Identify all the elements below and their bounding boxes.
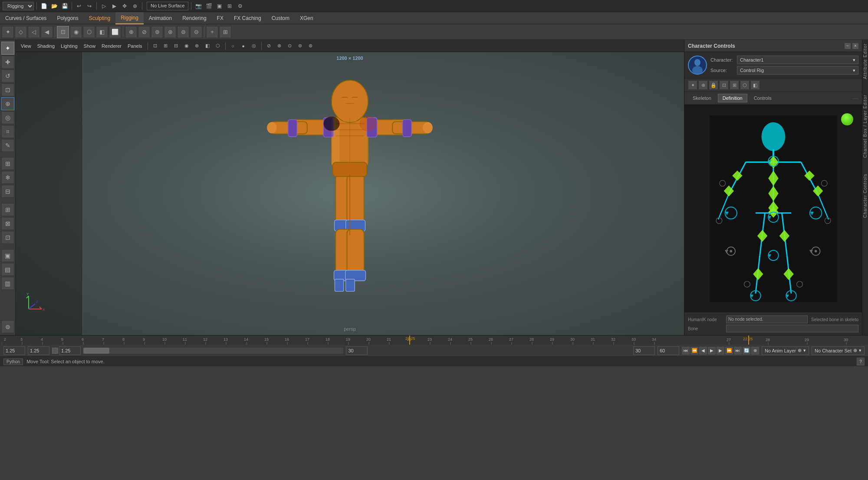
skin-btn[interactable]: ⊛ bbox=[164, 26, 176, 38]
menu-item-curves-surfaces[interactable]: Curves / Surfaces bbox=[0, 12, 52, 24]
lighting-menu[interactable]: Lighting bbox=[59, 43, 79, 49]
select-icon[interactable]: ▷ bbox=[99, 2, 108, 10]
vp-icon-1[interactable]: ⊡ bbox=[151, 42, 159, 50]
show-hide-btn[interactable]: ⊞ bbox=[1, 157, 14, 170]
start-frame2-input[interactable]: 1.25 bbox=[28, 346, 49, 355]
select-mode-btn[interactable]: ✦ bbox=[2, 26, 14, 38]
select2-icon[interactable]: ▶ bbox=[110, 2, 118, 10]
cc-tool-btn-1[interactable]: ✦ bbox=[688, 80, 697, 90]
channel-box-tab[interactable]: Channel Box / Layer Editor bbox=[862, 91, 868, 161]
freeze-btn[interactable]: ❄ bbox=[1, 171, 14, 184]
char-set-dropdown[interactable]: No Character Set ⊕ ▾ bbox=[812, 346, 865, 355]
rig-btn[interactable]: ⊡ bbox=[57, 26, 69, 38]
vp-icon-8[interactable]: ○ bbox=[229, 42, 237, 50]
python-badge[interactable]: Python bbox=[3, 358, 23, 365]
save-icon[interactable]: 💾 bbox=[60, 2, 69, 10]
range-max-input[interactable]: 30 bbox=[633, 346, 655, 355]
vp-icon-14[interactable]: ⊚ bbox=[296, 42, 304, 50]
vp-icon-3[interactable]: ⊟ bbox=[172, 42, 180, 50]
renderer-menu[interactable]: Renderer bbox=[100, 43, 123, 49]
vp-icon-5[interactable]: ⊕ bbox=[193, 42, 201, 50]
deform2-btn[interactable]: ⊝ bbox=[190, 26, 202, 38]
viewport-canvas[interactable]: 1200 × 1200 bbox=[16, 52, 684, 335]
attribute-editor-tab[interactable]: Attribute Editor bbox=[862, 40, 868, 82]
bracket-btn[interactable]: ⊞ bbox=[219, 26, 231, 38]
go-start-btn[interactable]: ⏮ bbox=[682, 347, 690, 355]
prev-key-btn[interactable]: ⏪ bbox=[690, 347, 698, 355]
char-controls-tab[interactable]: Character Controls bbox=[862, 170, 868, 221]
group-btn[interactable]: ⊟ bbox=[1, 185, 14, 198]
menu-item-polygons[interactable]: Polygons bbox=[52, 12, 83, 24]
bone-val[interactable] bbox=[726, 325, 858, 332]
snap-icon[interactable]: ⊕ bbox=[131, 2, 139, 10]
paint2-btn[interactable]: ◀ bbox=[41, 26, 53, 38]
deform-btn[interactable]: ⊜ bbox=[177, 26, 189, 38]
vp-icon-4[interactable]: ◉ bbox=[183, 42, 191, 50]
vp-icon-13[interactable]: ⊙ bbox=[286, 42, 294, 50]
menu-item-rigging[interactable]: Rigging bbox=[115, 12, 144, 24]
help-icon[interactable]: ? bbox=[857, 358, 865, 365]
next-key-btn[interactable]: ⏩ bbox=[725, 347, 733, 355]
vp-icon-10[interactable]: ◎ bbox=[250, 42, 258, 50]
render-icon[interactable]: 🎬 bbox=[204, 2, 213, 10]
new-file-icon[interactable]: 📄 bbox=[39, 2, 48, 10]
view-menu[interactable]: View bbox=[19, 43, 33, 49]
prev-frame-btn[interactable]: ◀ bbox=[699, 347, 707, 355]
menu-item-sculpting[interactable]: Sculpting bbox=[84, 12, 115, 24]
menu-item-fx-caching[interactable]: FX Caching bbox=[229, 12, 266, 24]
joint-btn[interactable]: ⊕ bbox=[125, 26, 137, 38]
open-file-icon[interactable]: 📂 bbox=[50, 2, 59, 10]
rotate-tool-btn[interactable]: ↺ bbox=[1, 69, 14, 82]
ik-btn[interactable]: ⊘ bbox=[138, 26, 150, 38]
render-preview-btn[interactable]: ▣ bbox=[1, 249, 14, 262]
vp-icon-11[interactable]: ⊘ bbox=[265, 42, 273, 50]
range-start-input[interactable]: 1.25 bbox=[59, 346, 81, 355]
menu-item-fx[interactable]: FX bbox=[212, 12, 229, 24]
scale-tool-btn[interactable]: ⊡ bbox=[1, 83, 14, 96]
cc-tool-btn-4[interactable]: ⊡ bbox=[719, 80, 729, 90]
vp-icon-7[interactable]: ⬡ bbox=[214, 42, 222, 50]
universal-tool-btn[interactable]: ⊕ bbox=[1, 97, 14, 110]
shading-menu[interactable]: Shading bbox=[36, 43, 56, 49]
settings-icon[interactable]: ⚙ bbox=[236, 2, 244, 10]
start-frame-input[interactable]: 1.25 bbox=[3, 346, 25, 355]
rig4-btn[interactable]: ◧ bbox=[96, 26, 108, 38]
lasso-tool-btn[interactable]: ⌗ bbox=[1, 125, 14, 138]
play-btn[interactable]: ▶ bbox=[708, 347, 716, 355]
undo-icon[interactable]: ↩ bbox=[75, 2, 83, 10]
move-tool-btn[interactable]: ✚ bbox=[1, 56, 14, 69]
render2-icon[interactable]: ▣ bbox=[215, 2, 224, 10]
plus-btn[interactable]: + bbox=[206, 26, 218, 38]
playback-speed-btn[interactable]: ⊕ bbox=[751, 347, 759, 355]
panel-minimize-btn[interactable]: − bbox=[845, 43, 851, 49]
workspace-btn[interactable]: ⊚ bbox=[1, 320, 14, 333]
tab-definition[interactable]: Definition bbox=[718, 94, 747, 102]
camera-icon[interactable]: 📷 bbox=[194, 2, 203, 10]
menu-item-animation[interactable]: Animation bbox=[144, 12, 177, 24]
cc-tool-btn-6[interactable]: ⬡ bbox=[740, 80, 750, 90]
render3-side-btn[interactable]: ▥ bbox=[1, 277, 14, 290]
cc-tool-btn-3[interactable]: 🔒 bbox=[709, 80, 718, 90]
snap-to-grid-btn[interactable]: ⊞ bbox=[1, 203, 14, 216]
paint-select-btn[interactable]: ✎ bbox=[1, 139, 14, 152]
vp-icon-2[interactable]: ⊞ bbox=[162, 42, 170, 50]
tab-controls[interactable]: Controls bbox=[749, 94, 776, 102]
snap2-btn[interactable]: ⊠ bbox=[1, 217, 14, 230]
soft-btn[interactable]: ◎ bbox=[1, 111, 14, 124]
select-tool-btn[interactable]: ✦ bbox=[1, 42, 14, 55]
max-frame-input[interactable]: 60 bbox=[658, 346, 679, 355]
transform-icon[interactable]: ✥ bbox=[120, 2, 129, 10]
vp-icon-12[interactable]: ⊗ bbox=[276, 42, 283, 50]
panels-menu[interactable]: Panels bbox=[126, 43, 144, 49]
source-dropdown[interactable]: Control Rig ▾ bbox=[737, 66, 858, 75]
anim-layer-dropdown[interactable]: No Anim Layer ⊕ ▾ bbox=[762, 346, 809, 355]
humanik-val[interactable]: No node selected. bbox=[726, 316, 808, 323]
rig3-btn[interactable]: ⬡ bbox=[83, 26, 95, 38]
workspace-dropdown[interactable]: Rigging bbox=[3, 2, 34, 10]
redo-icon[interactable]: ↪ bbox=[85, 2, 94, 10]
panel-close-btn[interactable]: × bbox=[852, 43, 858, 49]
cc-tool-btn-5[interactable]: ⊞ bbox=[730, 80, 739, 90]
paint-btn[interactable]: ◁ bbox=[28, 26, 40, 38]
next-frame-btn[interactable]: ▶ bbox=[717, 347, 724, 355]
range-slider[interactable] bbox=[83, 348, 343, 354]
